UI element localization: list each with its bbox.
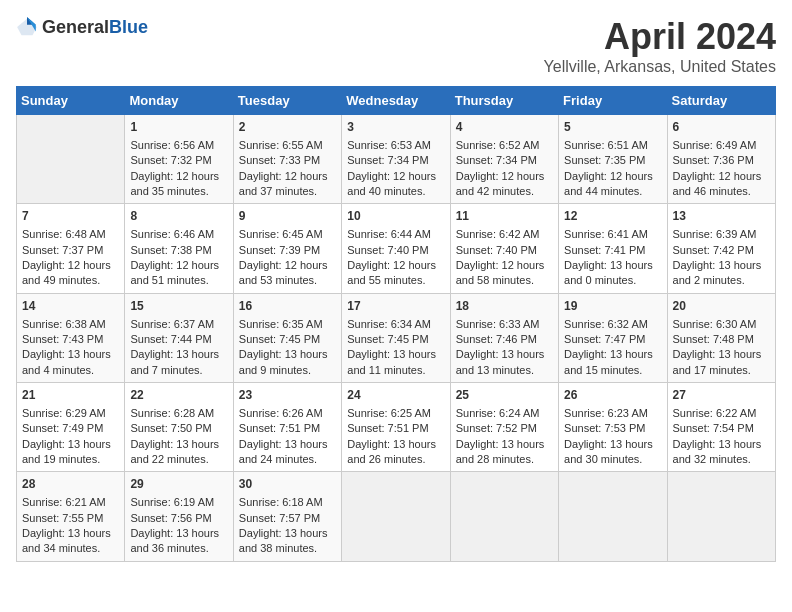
day-number: 7 — [22, 208, 119, 225]
calendar-cell: 28Sunrise: 6:21 AMSunset: 7:55 PMDayligh… — [17, 472, 125, 561]
calendar-table: SundayMondayTuesdayWednesdayThursdayFrid… — [16, 86, 776, 562]
daylight-text: Daylight: 12 hours and 46 minutes. — [673, 169, 770, 200]
day-number: 8 — [130, 208, 227, 225]
day-number: 17 — [347, 298, 444, 315]
sunset-text: Sunset: 7:43 PM — [22, 332, 119, 347]
daylight-text: Daylight: 12 hours and 40 minutes. — [347, 169, 444, 200]
sunrise-text: Sunrise: 6:21 AM — [22, 495, 119, 510]
calendar-week-row: 7Sunrise: 6:48 AMSunset: 7:37 PMDaylight… — [17, 204, 776, 293]
logo: GeneralBlue — [16, 16, 148, 38]
sunset-text: Sunset: 7:49 PM — [22, 421, 119, 436]
day-number: 18 — [456, 298, 553, 315]
sunset-text: Sunset: 7:44 PM — [130, 332, 227, 347]
day-number: 30 — [239, 476, 336, 493]
calendar-cell: 9Sunrise: 6:45 AMSunset: 7:39 PMDaylight… — [233, 204, 341, 293]
daylight-text: Daylight: 12 hours and 49 minutes. — [22, 258, 119, 289]
calendar-week-row: 14Sunrise: 6:38 AMSunset: 7:43 PMDayligh… — [17, 293, 776, 382]
calendar-week-row: 1Sunrise: 6:56 AMSunset: 7:32 PMDaylight… — [17, 115, 776, 204]
day-number: 11 — [456, 208, 553, 225]
sunset-text: Sunset: 7:55 PM — [22, 511, 119, 526]
sunrise-text: Sunrise: 6:18 AM — [239, 495, 336, 510]
day-number: 21 — [22, 387, 119, 404]
logo-icon — [16, 16, 38, 38]
daylight-text: Daylight: 13 hours and 38 minutes. — [239, 526, 336, 557]
daylight-text: Daylight: 12 hours and 44 minutes. — [564, 169, 661, 200]
daylight-text: Daylight: 13 hours and 0 minutes. — [564, 258, 661, 289]
day-number: 12 — [564, 208, 661, 225]
calendar-week-row: 28Sunrise: 6:21 AMSunset: 7:55 PMDayligh… — [17, 472, 776, 561]
sunrise-text: Sunrise: 6:22 AM — [673, 406, 770, 421]
daylight-text: Daylight: 12 hours and 53 minutes. — [239, 258, 336, 289]
sunset-text: Sunset: 7:38 PM — [130, 243, 227, 258]
day-number: 23 — [239, 387, 336, 404]
sunrise-text: Sunrise: 6:30 AM — [673, 317, 770, 332]
sunset-text: Sunset: 7:34 PM — [347, 153, 444, 168]
sunset-text: Sunset: 7:41 PM — [564, 243, 661, 258]
sunset-text: Sunset: 7:46 PM — [456, 332, 553, 347]
header-friday: Friday — [559, 87, 667, 115]
sunset-text: Sunset: 7:45 PM — [347, 332, 444, 347]
sunrise-text: Sunrise: 6:25 AM — [347, 406, 444, 421]
sunrise-text: Sunrise: 6:37 AM — [130, 317, 227, 332]
calendar-cell: 6Sunrise: 6:49 AMSunset: 7:36 PMDaylight… — [667, 115, 775, 204]
calendar-cell: 16Sunrise: 6:35 AMSunset: 7:45 PMDayligh… — [233, 293, 341, 382]
daylight-text: Daylight: 12 hours and 35 minutes. — [130, 169, 227, 200]
daylight-text: Daylight: 12 hours and 58 minutes. — [456, 258, 553, 289]
calendar-header-row: SundayMondayTuesdayWednesdayThursdayFrid… — [17, 87, 776, 115]
calendar-cell: 29Sunrise: 6:19 AMSunset: 7:56 PMDayligh… — [125, 472, 233, 561]
sunset-text: Sunset: 7:42 PM — [673, 243, 770, 258]
sunset-text: Sunset: 7:40 PM — [347, 243, 444, 258]
calendar-cell: 13Sunrise: 6:39 AMSunset: 7:42 PMDayligh… — [667, 204, 775, 293]
header-wednesday: Wednesday — [342, 87, 450, 115]
header-thursday: Thursday — [450, 87, 558, 115]
calendar-cell — [450, 472, 558, 561]
day-number: 6 — [673, 119, 770, 136]
daylight-text: Daylight: 13 hours and 30 minutes. — [564, 437, 661, 468]
sunrise-text: Sunrise: 6:44 AM — [347, 227, 444, 242]
day-number: 20 — [673, 298, 770, 315]
page-header: GeneralBlue April 2024 Yellville, Arkans… — [16, 16, 776, 76]
calendar-cell: 20Sunrise: 6:30 AMSunset: 7:48 PMDayligh… — [667, 293, 775, 382]
logo-blue: Blue — [109, 17, 148, 37]
sunrise-text: Sunrise: 6:33 AM — [456, 317, 553, 332]
daylight-text: Daylight: 13 hours and 22 minutes. — [130, 437, 227, 468]
sunrise-text: Sunrise: 6:42 AM — [456, 227, 553, 242]
calendar-cell: 5Sunrise: 6:51 AMSunset: 7:35 PMDaylight… — [559, 115, 667, 204]
sunrise-text: Sunrise: 6:29 AM — [22, 406, 119, 421]
day-number: 16 — [239, 298, 336, 315]
sunrise-text: Sunrise: 6:38 AM — [22, 317, 119, 332]
day-number: 19 — [564, 298, 661, 315]
calendar-cell: 22Sunrise: 6:28 AMSunset: 7:50 PMDayligh… — [125, 383, 233, 472]
sunset-text: Sunset: 7:54 PM — [673, 421, 770, 436]
daylight-text: Daylight: 13 hours and 7 minutes. — [130, 347, 227, 378]
calendar-cell: 17Sunrise: 6:34 AMSunset: 7:45 PMDayligh… — [342, 293, 450, 382]
day-number: 1 — [130, 119, 227, 136]
calendar-cell — [559, 472, 667, 561]
calendar-body: 1Sunrise: 6:56 AMSunset: 7:32 PMDaylight… — [17, 115, 776, 562]
calendar-week-row: 21Sunrise: 6:29 AMSunset: 7:49 PMDayligh… — [17, 383, 776, 472]
sunset-text: Sunset: 7:56 PM — [130, 511, 227, 526]
calendar-cell: 8Sunrise: 6:46 AMSunset: 7:38 PMDaylight… — [125, 204, 233, 293]
sunrise-text: Sunrise: 6:19 AM — [130, 495, 227, 510]
sunrise-text: Sunrise: 6:23 AM — [564, 406, 661, 421]
sunrise-text: Sunrise: 6:53 AM — [347, 138, 444, 153]
page-subtitle: Yellville, Arkansas, United States — [544, 58, 776, 76]
daylight-text: Daylight: 13 hours and 26 minutes. — [347, 437, 444, 468]
sunset-text: Sunset: 7:50 PM — [130, 421, 227, 436]
day-number: 5 — [564, 119, 661, 136]
sunrise-text: Sunrise: 6:51 AM — [564, 138, 661, 153]
sunrise-text: Sunrise: 6:46 AM — [130, 227, 227, 242]
day-number: 24 — [347, 387, 444, 404]
day-number: 4 — [456, 119, 553, 136]
sunrise-text: Sunrise: 6:39 AM — [673, 227, 770, 242]
daylight-text: Daylight: 13 hours and 2 minutes. — [673, 258, 770, 289]
daylight-text: Daylight: 13 hours and 32 minutes. — [673, 437, 770, 468]
daylight-text: Daylight: 13 hours and 28 minutes. — [456, 437, 553, 468]
sunrise-text: Sunrise: 6:28 AM — [130, 406, 227, 421]
calendar-cell: 11Sunrise: 6:42 AMSunset: 7:40 PMDayligh… — [450, 204, 558, 293]
sunrise-text: Sunrise: 6:41 AM — [564, 227, 661, 242]
sunset-text: Sunset: 7:45 PM — [239, 332, 336, 347]
sunset-text: Sunset: 7:57 PM — [239, 511, 336, 526]
sunrise-text: Sunrise: 6:48 AM — [22, 227, 119, 242]
sunset-text: Sunset: 7:40 PM — [456, 243, 553, 258]
